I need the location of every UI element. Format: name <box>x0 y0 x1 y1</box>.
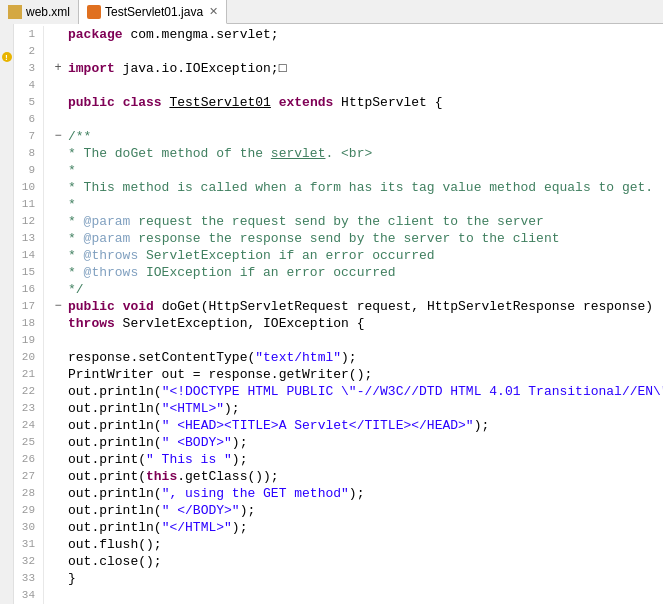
code-line-11: 11 * <box>14 196 663 213</box>
code-line-32: 32 out.close(); <box>14 553 663 570</box>
code-line-22: 22 out.println("<!DOCTYPE HTML PUBLIC \"… <box>14 383 663 400</box>
code-line-17: 17 − public void doGet(HttpServletReques… <box>14 298 663 315</box>
tab-bar: web.xml TestServlet01.java ✕ <box>0 0 663 24</box>
code-line-16: 16 */ <box>14 281 663 298</box>
code-line-1: 1 package com.mengma.servlet; <box>14 26 663 43</box>
code-line-3: 3 + import java.io.IOException;□ <box>14 60 663 77</box>
close-icon[interactable]: ✕ <box>209 5 218 18</box>
tab-web-xml-label: web.xml <box>26 5 70 19</box>
code-editor[interactable]: 1 package com.mengma.servlet; 2 3 + impo… <box>14 24 663 604</box>
tab-testservlet01-label: TestServlet01.java <box>105 5 203 19</box>
code-line-9: 9 * <box>14 162 663 179</box>
code-line-15: 15 * @throws IOException if an error occ… <box>14 264 663 281</box>
warning-indicator: ! <box>2 52 12 62</box>
code-line-33: 33 } <box>14 570 663 587</box>
code-line-24: 24 out.println(" <HEAD><TITLE>A Servlet<… <box>14 417 663 434</box>
code-line-27: 27 out.print(this.getClass()); <box>14 468 663 485</box>
code-line-20: 20 response.setContentType("text/html"); <box>14 349 663 366</box>
left-indicator: ! <box>0 24 14 604</box>
code-line-28: 28 out.println(", using the GET method")… <box>14 485 663 502</box>
tab-testservlet01[interactable]: TestServlet01.java ✕ <box>79 0 227 24</box>
code-line-18: 18 throws ServletException, IOException … <box>14 315 663 332</box>
code-line-7: 7 − /** <box>14 128 663 145</box>
code-line-14: 14 * @throws ServletException if an erro… <box>14 247 663 264</box>
code-line-30: 30 out.println("</HTML>"); <box>14 519 663 536</box>
tab-web-xml[interactable]: web.xml <box>0 0 79 24</box>
code-line-19: 19 <box>14 332 663 349</box>
code-line-26: 26 out.print(" This is "); <box>14 451 663 468</box>
code-line-6: 6 <box>14 111 663 128</box>
code-line-31: 31 out.flush(); <box>14 536 663 553</box>
ide-window: web.xml TestServlet01.java ✕ ! 1 package… <box>0 0 663 604</box>
code-line-25: 25 out.println(" <BODY>"); <box>14 434 663 451</box>
code-line-29: 29 out.println(" </BODY>"); <box>14 502 663 519</box>
code-line-5: 5 public class TestServlet01 extends Htt… <box>14 94 663 111</box>
code-line-2: 2 <box>14 43 663 60</box>
code-line-23: 23 out.println("<HTML>"); <box>14 400 663 417</box>
code-line-12: 12 * @param request the request send by … <box>14 213 663 230</box>
code-line-21: 21 PrintWriter out = response.getWriter(… <box>14 366 663 383</box>
code-line-4: 4 <box>14 77 663 94</box>
code-line-34: 34 <box>14 587 663 604</box>
code-line-8: 8 * The doGet method of the servlet. <br… <box>14 145 663 162</box>
xml-icon <box>8 5 22 19</box>
java-icon <box>87 5 101 19</box>
editor-outer: ! 1 package com.mengma.servlet; 2 3 + im… <box>0 24 663 604</box>
code-line-10: 10 * This method is called when a form h… <box>14 179 663 196</box>
code-line-13: 13 * @param response the response send b… <box>14 230 663 247</box>
